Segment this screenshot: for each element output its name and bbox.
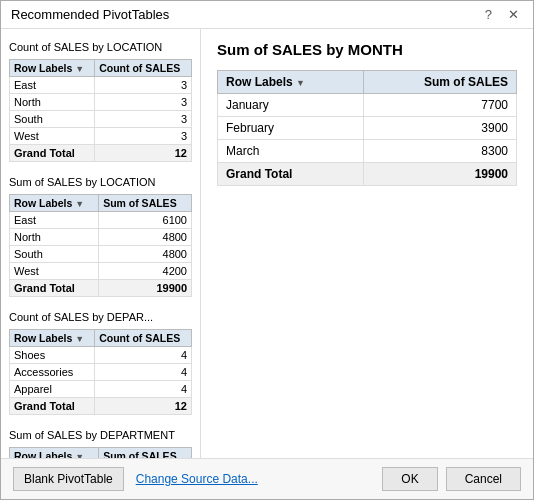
table-row: South3	[10, 111, 192, 128]
table-row: January7700	[218, 94, 517, 117]
right-panel-title: Sum of SALES by MONTH	[217, 41, 517, 58]
ok-button[interactable]: OK	[382, 467, 437, 491]
title-bar: Recommended PivotTables ? ✕	[1, 1, 533, 29]
table-row: South4800	[10, 246, 192, 263]
pivot-section-count-location[interactable]: Count of SALES by LOCATION Row Labels ▼ …	[1, 35, 200, 170]
table-row: March8300	[218, 140, 517, 163]
help-button[interactable]: ?	[481, 7, 496, 22]
col-header-row-labels: Row Labels ▼	[10, 195, 99, 212]
pivot-section-count-depart[interactable]: Count of SALES by DEPAR... Row Labels ▼ …	[1, 305, 200, 423]
grand-total-row: Grand Total12	[10, 145, 192, 162]
table-row: Accessories4	[10, 364, 192, 381]
content-area: Count of SALES by LOCATION Row Labels ▼ …	[1, 29, 533, 458]
table-row: Apparel4	[10, 381, 192, 398]
table-row: North4800	[10, 229, 192, 246]
main-col-header-sum-sales: Sum of SALES	[363, 71, 516, 94]
cancel-button[interactable]: Cancel	[446, 467, 521, 491]
col-header-row-labels: Row Labels ▼	[10, 60, 95, 77]
pivot-section-sum-location[interactable]: Sum of SALES by LOCATION Row Labels ▼ Su…	[1, 170, 200, 305]
table-row: East6100	[10, 212, 192, 229]
title-controls: ? ✕	[481, 7, 523, 22]
bottom-right-controls: OK Cancel	[382, 467, 521, 491]
recommended-pivot-dialog: Recommended PivotTables ? ✕ Count of SAL…	[0, 0, 534, 500]
close-button[interactable]: ✕	[504, 7, 523, 22]
grand-total-row: Grand Total19900	[218, 163, 517, 186]
section-title-sum-department: Sum of SALES by DEPARTMENT	[9, 427, 192, 443]
grand-total-row: Grand Total19900	[10, 280, 192, 297]
table-row: East3	[10, 77, 192, 94]
right-panel: Sum of SALES by MONTH Row Labels ▼ Sum o…	[201, 29, 533, 458]
col-header-count-sales: Count of SALES	[95, 330, 192, 347]
table-row: West4200	[10, 263, 192, 280]
bottom-left-controls: Blank PivotTable Change Source Data...	[13, 467, 258, 491]
dropdown-icon: ▼	[75, 199, 84, 209]
bottom-bar: Blank PivotTable Change Source Data... O…	[1, 458, 533, 499]
col-header-count-sales: Count of SALES	[95, 60, 192, 77]
dropdown-icon: ▼	[296, 78, 305, 88]
col-header-sum-sales: Sum of SALES	[99, 448, 192, 459]
main-pivot-table: Row Labels ▼ Sum of SALES January7700 Fe…	[217, 70, 517, 186]
mini-table-sum-department: Row Labels ▼ Sum of SALES	[9, 447, 192, 458]
dropdown-icon: ▼	[75, 64, 84, 74]
col-header-row-labels: Row Labels ▼	[10, 330, 95, 347]
dropdown-icon: ▼	[75, 334, 84, 344]
section-title-count-depart: Count of SALES by DEPAR...	[9, 309, 192, 325]
col-header-row-labels: Row Labels ▼	[10, 448, 99, 459]
grand-total-row: Grand Total12	[10, 398, 192, 415]
main-col-header-row-labels: Row Labels ▼	[218, 71, 364, 94]
table-row: February3900	[218, 117, 517, 140]
table-row: North3	[10, 94, 192, 111]
blank-pivot-button[interactable]: Blank PivotTable	[13, 467, 124, 491]
table-row: Shoes4	[10, 347, 192, 364]
section-title-count-location: Count of SALES by LOCATION	[9, 39, 192, 55]
pivot-section-sum-department[interactable]: Sum of SALES by DEPARTMENT Row Labels ▼ …	[1, 423, 200, 458]
mini-table-sum-location: Row Labels ▼ Sum of SALES East6100 North…	[9, 194, 192, 297]
section-title-sum-location: Sum of SALES by LOCATION	[9, 174, 192, 190]
col-header-sum-sales: Sum of SALES	[99, 195, 192, 212]
dialog-title: Recommended PivotTables	[11, 7, 169, 22]
left-panel: Count of SALES by LOCATION Row Labels ▼ …	[1, 29, 201, 458]
change-source-button[interactable]: Change Source Data...	[136, 472, 258, 486]
table-row: West3	[10, 128, 192, 145]
mini-table-count-depart: Row Labels ▼ Count of SALES Shoes4 Acces…	[9, 329, 192, 415]
mini-table-count-location: Row Labels ▼ Count of SALES East3 North3…	[9, 59, 192, 162]
